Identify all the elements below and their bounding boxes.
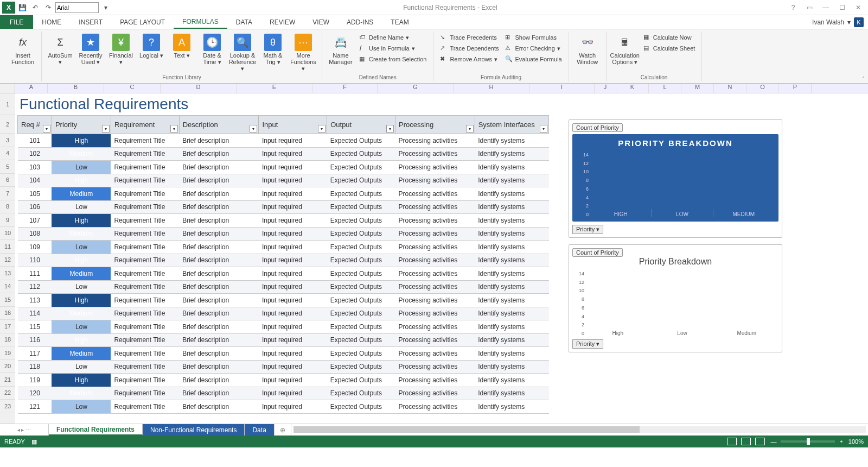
cell-system[interactable]: Identify systems [475,214,548,228]
cell-req[interactable]: 105 [18,187,52,201]
chart-filter-dropdown[interactable]: Priority ▾ [572,225,603,234]
cell-input[interactable]: Input required [259,174,327,187]
financial-button[interactable]: ¥Financial ▾ [107,31,135,67]
sheet-tab-nonfunctional[interactable]: Non-Functional Requirements [143,424,245,436]
filter-dropdown-icon[interactable]: ▾ [250,125,257,132]
chart-filter-dropdown[interactable]: Priority ▾ [572,339,603,349]
autosum-button[interactable]: ΣAutoSum ▾ [46,31,74,67]
qat-dropdown-icon[interactable]: ▾ [100,2,112,14]
cell-input[interactable]: Input required [259,214,327,228]
cell-description[interactable]: Brief description [179,174,259,187]
redo-icon[interactable]: ↷ [42,2,54,14]
cell-priority[interactable]: High [52,254,111,267]
cell-system[interactable]: Identify systems [475,360,548,374]
cell-processing[interactable]: Processing activities [395,374,475,387]
cell-description[interactable]: Brief description [179,200,259,214]
sheet-tab-data[interactable]: Data [245,424,274,436]
cell-req[interactable]: 107 [18,214,52,228]
cell-req[interactable]: 106 [18,200,52,214]
filter-dropdown-icon[interactable]: ▾ [466,125,474,132]
cell-priority[interactable]: Low [52,360,111,374]
cell-input[interactable]: Input required [259,267,327,281]
cell-req[interactable]: 101 [18,134,52,148]
cell-output[interactable]: Expected Outputs [327,280,395,294]
cell-requirement[interactable]: Requirement Title [111,387,179,400]
cell-system[interactable]: Identify systems [475,387,548,400]
table-row[interactable]: 109LowRequirement TitleBrief description… [18,241,549,254]
row-header-16[interactable]: 16 [0,307,15,320]
cell-description[interactable]: Brief description [179,241,259,254]
math-trig-button[interactable]: θMath & Trig ▾ [259,31,287,67]
row-header-22[interactable]: 22 [0,387,15,400]
collapse-ribbon-icon[interactable]: ˄ [862,76,865,82]
row-header-23[interactable]: 23 [0,400,15,413]
cell-req[interactable]: 120 [18,387,52,400]
text-button[interactable]: AText ▾ [168,31,196,61]
cell-input[interactable]: Input required [259,360,327,374]
cell-system[interactable]: Identify systems [475,374,548,387]
cell-requirement[interactable]: Requirement Title [111,134,179,148]
cell-output[interactable]: Expected Outputs [327,320,395,334]
row-header-9[interactable]: 9 [0,213,15,227]
cell-processing[interactable]: Processing activities [395,227,475,241]
cell-system[interactable]: Identify systems [475,161,548,174]
table-row[interactable]: 103LowRequirement TitleBrief description… [18,161,549,174]
cell-requirement[interactable]: Requirement Title [111,214,179,228]
cell-processing[interactable]: Processing activities [395,254,475,267]
trace-precedents-button[interactable]: ↘Trace Precedents [438,33,501,42]
cell-req[interactable]: 113 [18,294,52,307]
filter-dropdown-icon[interactable]: ▾ [102,125,110,132]
cell-priority[interactable]: Low [52,161,111,174]
zoom-level[interactable]: 100% [848,438,864,445]
cell-requirement[interactable]: Requirement Title [111,294,179,307]
cell-system[interactable]: Identify systems [475,333,548,347]
cell-input[interactable]: Input required [259,241,327,254]
cell-description[interactable]: Brief description [179,320,259,334]
cell-priority[interactable]: Low [52,241,111,254]
cell-processing[interactable]: Processing activities [395,400,475,414]
cell-system[interactable]: Identify systems [475,134,548,148]
cell-description[interactable]: Brief description [179,227,259,241]
cell-input[interactable]: Input required [259,227,327,241]
cell-req[interactable]: 111 [18,267,52,281]
ribbon-tab-page-layout[interactable]: PAGE LAYOUT [111,15,174,29]
cell-req[interactable]: 103 [18,161,52,174]
create-from-selection-button[interactable]: ▦Create from Selection [357,54,429,64]
calculate-now-button[interactable]: ▦Calculate Now [641,33,698,42]
cell-system[interactable]: Identify systems [475,254,548,267]
cell-processing[interactable]: Processing activities [395,307,475,320]
row-header-19[interactable]: 19 [0,346,15,360]
cell-requirement[interactable]: Requirement Title [111,267,179,281]
cell-req[interactable]: 116 [18,333,52,347]
table-row[interactable]: 102MediumRequirement TitleBrief descript… [18,147,549,161]
cell-system[interactable]: Identify systems [475,200,548,214]
ribbon-tab-home[interactable]: HOME [33,15,70,29]
column-header-input[interactable]: Input▾ [259,116,327,134]
cell-priority[interactable]: Medium [52,147,111,161]
new-sheet-button[interactable]: ⊕ [275,424,291,436]
ribbon-tab-team[interactable]: TEAM [382,15,417,29]
cell-req[interactable]: 112 [18,280,52,294]
cell-input[interactable]: Input required [259,187,327,201]
cell-processing[interactable]: Processing activities [395,333,475,347]
more-functions-button[interactable]: ⋯More Functions ▾ [289,31,317,74]
cell-requirement[interactable]: Requirement Title [111,174,179,187]
table-row[interactable]: 119HighRequirement TitleBrief descriptio… [18,374,549,387]
row-header-8[interactable]: 8 [0,200,15,214]
page-break-view-icon[interactable] [755,438,765,445]
save-icon[interactable]: 💾 [16,2,28,14]
cell-output[interactable]: Expected Outputs [327,214,395,228]
cell-description[interactable]: Brief description [179,134,259,148]
close-icon[interactable]: ✕ [852,4,865,11]
cell-description[interactable]: Brief description [179,374,259,387]
cell-req[interactable]: 102 [18,147,52,161]
row-header-11[interactable]: 11 [0,240,15,254]
ribbon-tab-add-ins[interactable]: ADD-INS [338,15,382,29]
cell-requirement[interactable]: Requirement Title [111,254,179,267]
cell-priority[interactable]: High [52,333,111,347]
row-header-5[interactable]: 5 [0,160,15,174]
calculate-sheet-button[interactable]: ▤Calculate Sheet [641,43,698,53]
table-row[interactable]: 101HighRequirement TitleBrief descriptio… [18,134,549,148]
cell-input[interactable]: Input required [259,387,327,400]
cell-input[interactable]: Input required [259,280,327,294]
